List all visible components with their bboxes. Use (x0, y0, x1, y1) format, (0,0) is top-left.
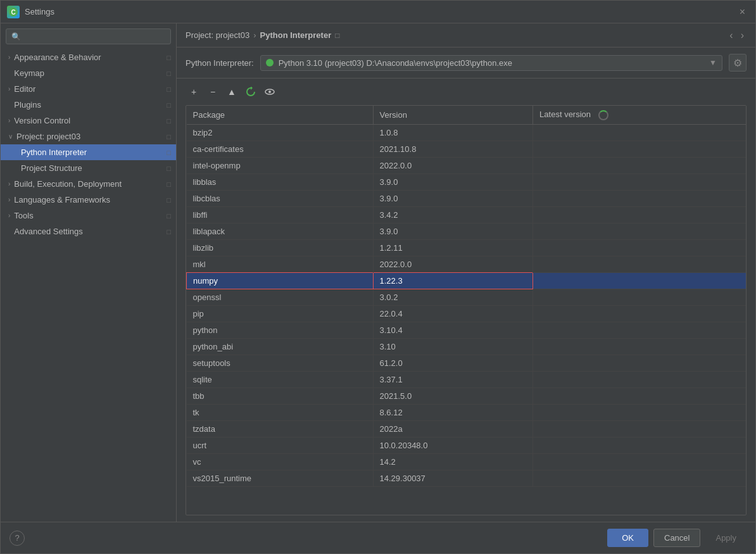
table-row[interactable]: libffi3.4.2 (187, 206, 747, 223)
ok-button[interactable]: OK (607, 529, 648, 547)
package-name-cell: sqlite (187, 371, 374, 387)
collapse-arrow-icon: ∨ (8, 133, 13, 140)
table-row[interactable]: sqlite3.37.1 (187, 371, 747, 387)
package-name-cell: mkl (187, 256, 374, 272)
col-header-latest[interactable]: Latest version (533, 106, 746, 124)
package-version-cell: 61.2.0 (373, 355, 533, 371)
nav-back-button[interactable]: ‹ (727, 28, 735, 42)
close-button[interactable]: × (736, 5, 749, 19)
expand-arrow-icon: › (8, 180, 10, 187)
table-row[interactable]: python_abi3.10 (187, 338, 747, 355)
nav-buttons: ‹ › (727, 28, 747, 42)
remove-package-button[interactable]: − (205, 84, 221, 100)
search-input[interactable] (25, 32, 165, 41)
table-row[interactable]: vs2015_runtime14.29.30037 (187, 470, 747, 486)
sidebar-item-tools[interactable]: › Tools □ (1, 208, 176, 223)
table-row[interactable]: libzlib1.2.11 (187, 239, 747, 256)
table-row[interactable]: mkl2022.0.0 (187, 256, 747, 272)
cancel-button[interactable]: Cancel (653, 529, 700, 547)
expand-arrow-icon: › (8, 54, 10, 61)
packages-table-wrapper[interactable]: Package Version Latest version bzip21.0.… (186, 105, 747, 515)
sidebar-item-pin-icon: □ (167, 133, 171, 141)
upgrade-package-button[interactable]: ▲ (224, 84, 240, 100)
package-version-cell: 3.0.2 (373, 289, 533, 305)
packages-area: + − ▲ (177, 79, 755, 522)
search-box[interactable]: 🔍 (6, 28, 171, 44)
table-row[interactable]: libcblas3.9.0 (187, 190, 747, 206)
table-row[interactable]: tbb2021.5.0 (187, 387, 747, 404)
table-row[interactable]: vc14.2 (187, 453, 747, 470)
sidebar-item-plugins[interactable]: › Plugins □ (1, 97, 176, 113)
col-header-package[interactable]: Package (187, 106, 374, 124)
expand-arrow-icon: › (8, 85, 10, 92)
package-latest-cell (533, 256, 746, 272)
package-name-cell: libcblas (187, 190, 374, 206)
package-name-cell: intel-openmp (187, 157, 374, 173)
table-row[interactable]: numpy1.22.3 (187, 272, 747, 289)
sidebar-item-pin-icon: □ (167, 149, 171, 156)
table-row[interactable]: intel-openmp2022.0.0 (187, 157, 747, 173)
package-latest-cell (533, 272, 746, 289)
interpreter-select-dropdown[interactable]: Python 3.10 (project03) D:\Anaconda\envs… (260, 55, 722, 71)
sidebar-item-build[interactable]: › Build, Execution, Deployment □ (1, 176, 176, 192)
breadcrumb-parent: Project: project03 (186, 30, 249, 40)
package-version-cell: 1.22.3 (373, 272, 533, 289)
apply-button[interactable]: Apply (705, 529, 747, 547)
package-name-cell: tbb (187, 387, 374, 404)
package-version-cell: 2021.5.0 (373, 387, 533, 404)
refresh-packages-button[interactable] (243, 84, 259, 100)
package-name-cell: libffi (187, 206, 374, 223)
interpreter-settings-button[interactable]: ⚙ (729, 54, 747, 72)
package-latest-cell (533, 289, 746, 305)
right-panel: Project: project03 › Python Interpreter … (177, 23, 755, 522)
sidebar-item-pin-icon: □ (167, 165, 171, 172)
search-icon: 🔍 (11, 32, 21, 41)
table-row[interactable]: ca-certificates2021.10.8 (187, 141, 747, 157)
package-latest-cell (533, 124, 746, 141)
packages-tbody: bzip21.0.8ca-certificates2021.10.8intel-… (187, 124, 747, 486)
table-row[interactable]: liblapack3.9.0 (187, 223, 747, 239)
package-version-cell: 8.6.12 (373, 404, 533, 420)
col-header-version[interactable]: Version (373, 106, 533, 124)
interpreter-row: Python Interpreter: Python 3.10 (project… (177, 47, 755, 79)
interpreter-chevron-icon: ▼ (709, 58, 717, 67)
table-row[interactable]: tk8.6.12 (187, 404, 747, 420)
sidebar-item-project[interactable]: ∨ Project: project03 □ (1, 129, 176, 144)
sidebar-item-python-interpreter[interactable]: Python Interpreter □ (1, 144, 176, 160)
package-latest-cell (533, 453, 746, 470)
package-version-cell: 14.2 (373, 453, 533, 470)
package-name-cell: python_abi (187, 338, 374, 355)
sidebar-item-advanced[interactable]: › Advanced Settings □ (1, 223, 176, 239)
loading-spinner (598, 110, 608, 120)
table-row[interactable]: setuptools61.2.0 (187, 355, 747, 371)
sidebar-item-keymap[interactable]: › Keymap □ (1, 65, 176, 81)
package-version-cell: 3.37.1 (373, 371, 533, 387)
table-row[interactable]: pip22.0.4 (187, 305, 747, 322)
package-version-cell: 3.9.0 (373, 190, 533, 206)
sidebar-item-project-structure[interactable]: Project Structure □ (1, 160, 176, 176)
sidebar-item-version-control[interactable]: › Version Control □ (1, 113, 176, 129)
table-row[interactable]: libblas3.9.0 (187, 173, 747, 190)
dialog-title: Settings (25, 7, 54, 16)
package-latest-cell (533, 404, 746, 420)
table-row[interactable]: ucrt10.0.20348.0 (187, 437, 747, 453)
package-name-cell: tzdata (187, 420, 374, 437)
sidebar-item-label: Languages & Frameworks (14, 195, 164, 205)
packages-toolbar: + − ▲ (186, 79, 747, 105)
table-row[interactable]: openssl3.0.2 (187, 289, 747, 305)
view-options-button[interactable] (261, 84, 278, 100)
interpreter-select-inner: Python 3.10 (project03) D:\Anaconda\envs… (266, 58, 512, 68)
sidebar-item-editor[interactable]: › Editor □ (1, 81, 176, 97)
sidebar-item-languages[interactable]: › Languages & Frameworks □ (1, 192, 176, 208)
package-version-cell: 2022a (373, 420, 533, 437)
help-button[interactable]: ? (9, 531, 25, 546)
table-row[interactable]: bzip21.0.8 (187, 124, 747, 141)
add-package-button[interactable]: + (186, 84, 202, 100)
table-row[interactable]: python3.10.4 (187, 322, 747, 338)
nav-forward-button[interactable]: › (738, 28, 747, 42)
sidebar-item-pin-icon: □ (167, 180, 171, 188)
sidebar-item-appearance[interactable]: › Appearance & Behavior □ (1, 49, 176, 65)
table-row[interactable]: tzdata2022a (187, 420, 747, 437)
sidebar-item-label: Tools (14, 211, 164, 220)
sidebar-item-pin-icon: □ (167, 85, 171, 93)
